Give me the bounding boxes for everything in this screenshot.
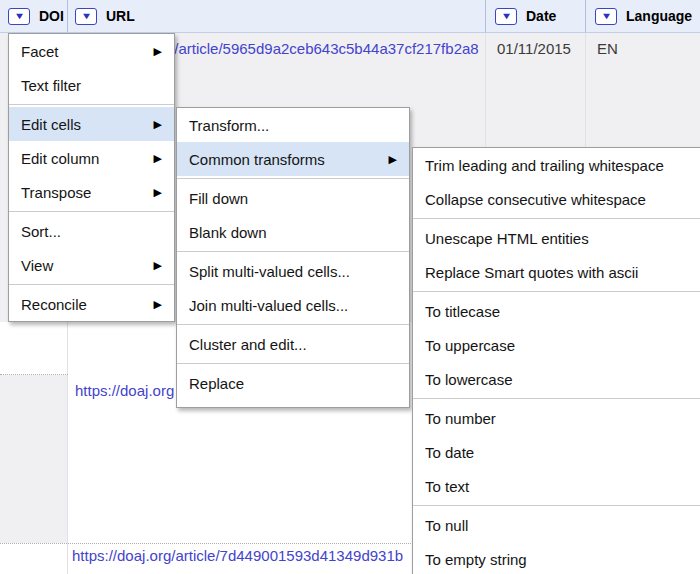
submenu-arrow-icon: ▶ (154, 46, 162, 57)
header-column-separator (585, 0, 586, 32)
menu-item-common-transforms[interactable]: Common transforms ▶ (177, 142, 409, 176)
dropdown-arrow-icon: ▼ (600, 12, 612, 21)
url-cell-link[interactable]: https://doaj.org/article/7d449001593d413… (72, 547, 403, 564)
menu-item-label: Edit column (21, 150, 99, 167)
menu-item-label: To empty string (425, 551, 527, 568)
edit-cells-submenu: Transform... Common transforms ▶ Fill do… (176, 107, 410, 408)
menu-item-label: Replace (189, 375, 244, 392)
menu-item-replace[interactable]: Replace (177, 366, 409, 400)
submenu-arrow-icon: ▶ (389, 154, 397, 165)
language-cell: EN (597, 40, 618, 57)
menu-item-label: To uppercase (425, 337, 515, 354)
menu-item-label: Cluster and edit... (189, 336, 307, 353)
menu-separator (9, 284, 174, 285)
column-header-url: ▼ URL (75, 0, 135, 32)
menu-item-label: Facet (21, 43, 59, 60)
menu-item-label: Blank down (189, 224, 267, 241)
menu-item-reconcile[interactable]: Reconcile ▶ (9, 287, 174, 321)
menu-item-label: Split multi-valued cells... (189, 263, 350, 280)
row-separator (0, 374, 68, 375)
doi-dropdown-button[interactable]: ▼ (8, 8, 30, 25)
menu-item-label: To date (425, 444, 474, 461)
column-header-doi: ▼ DOI (8, 0, 64, 32)
menu-item-sort[interactable]: Sort... (9, 214, 174, 248)
menu-item-to-empty-string[interactable]: To empty string (413, 542, 700, 574)
dropdown-arrow-icon: ▼ (80, 12, 92, 21)
menu-item-transpose[interactable]: Transpose ▶ (9, 175, 174, 209)
column-header-label: DOI (39, 8, 64, 24)
menu-separator (413, 218, 700, 219)
menu-item-label: To text (425, 478, 469, 495)
menu-item-view[interactable]: View ▶ (9, 248, 174, 282)
url-dropdown-button[interactable]: ▼ (75, 8, 97, 25)
menu-item-facet[interactable]: Facet ▶ (9, 34, 174, 68)
column-dropdown-menu: Facet ▶ Text filter Edit cells ▶ Edit co… (8, 33, 175, 322)
date-cell: 01/11/2015 (497, 40, 571, 57)
column-header-label: Date (526, 8, 556, 24)
menu-item-edit-cells[interactable]: Edit cells ▶ (9, 107, 174, 141)
submenu-arrow-icon: ▶ (154, 260, 162, 271)
menu-item-fill-down[interactable]: Fill down (177, 181, 409, 215)
column-header-label: Language (626, 8, 692, 24)
menu-item-trim-whitespace[interactable]: Trim leading and trailing whitespace (413, 148, 700, 182)
menu-item-label: Transpose (21, 184, 91, 201)
menu-item-to-lowercase[interactable]: To lowercase (413, 362, 700, 396)
language-dropdown-button[interactable]: ▼ (595, 8, 617, 25)
menu-item-label: Trim leading and trailing whitespace (425, 157, 664, 174)
column-header-label: URL (106, 8, 135, 24)
menu-item-label: To titlecase (425, 303, 500, 320)
menu-item-to-number[interactable]: To number (413, 401, 700, 435)
menu-item-label: Unescape HTML entities (425, 230, 589, 247)
menu-item-replace-smart-quotes[interactable]: Replace Smart quotes with ascii (413, 255, 700, 289)
menu-item-label: Replace Smart quotes with ascii (425, 264, 638, 281)
menu-item-transform[interactable]: Transform... (177, 108, 409, 142)
submenu-arrow-icon: ▶ (154, 119, 162, 130)
submenu-arrow-icon: ▶ (154, 153, 162, 164)
menu-item-label: Transform... (189, 117, 269, 134)
menu-item-blank-down[interactable]: Blank down (177, 215, 409, 249)
submenu-arrow-icon: ▶ (154, 299, 162, 310)
menu-separator (413, 398, 700, 399)
menu-item-label: To lowercase (425, 371, 513, 388)
header-column-separator (485, 0, 486, 32)
menu-separator (177, 178, 409, 179)
menu-item-collapse-whitespace[interactable]: Collapse consecutive whitespace (413, 182, 700, 216)
menu-item-label: To null (425, 517, 468, 534)
url-cell-link[interactable]: https://doaj.org (75, 382, 174, 399)
menu-item-label: Edit cells (21, 116, 81, 133)
menu-item-edit-column[interactable]: Edit column ▶ (9, 141, 174, 175)
menu-item-label: Fill down (189, 190, 248, 207)
common-transforms-submenu: Trim leading and trailing whitespace Col… (412, 147, 700, 574)
column-header-date: ▼ Date (495, 0, 556, 32)
menu-separator (413, 505, 700, 506)
menu-item-label: Common transforms (189, 151, 325, 168)
menu-item-to-uppercase[interactable]: To uppercase (413, 328, 700, 362)
menu-item-split-multi-valued-cells[interactable]: Split multi-valued cells... (177, 254, 409, 288)
menu-item-unescape-html-entities[interactable]: Unescape HTML entities (413, 221, 700, 255)
menu-item-to-null[interactable]: To null (413, 508, 700, 542)
menu-separator (177, 363, 409, 364)
menu-separator (9, 211, 174, 212)
submenu-arrow-icon: ▶ (154, 187, 162, 198)
menu-separator (177, 324, 409, 325)
menu-separator (413, 291, 700, 292)
menu-item-label: To number (425, 410, 496, 427)
header-column-separator (67, 0, 68, 32)
dropdown-arrow-icon: ▼ (13, 12, 25, 21)
menu-item-text-filter[interactable]: Text filter (9, 68, 174, 102)
menu-item-to-date[interactable]: To date (413, 435, 700, 469)
menu-item-cluster-and-edit[interactable]: Cluster and edit... (177, 327, 409, 361)
column-header-language: ▼ Language (595, 0, 692, 32)
menu-item-join-multi-valued-cells[interactable]: Join multi-valued cells... (177, 288, 409, 322)
dropdown-arrow-icon: ▼ (500, 12, 512, 21)
menu-item-label: Reconcile (21, 296, 87, 313)
menu-separator (9, 104, 174, 105)
menu-item-to-text[interactable]: To text (413, 469, 700, 503)
menu-item-to-titlecase[interactable]: To titlecase (413, 294, 700, 328)
row-separator (0, 543, 411, 544)
menu-item-label: Sort... (21, 223, 61, 240)
menu-item-label: Text filter (21, 77, 81, 94)
menu-item-label: Collapse consecutive whitespace (425, 191, 646, 208)
menu-item-label: View (21, 257, 53, 274)
date-dropdown-button[interactable]: ▼ (495, 8, 517, 25)
